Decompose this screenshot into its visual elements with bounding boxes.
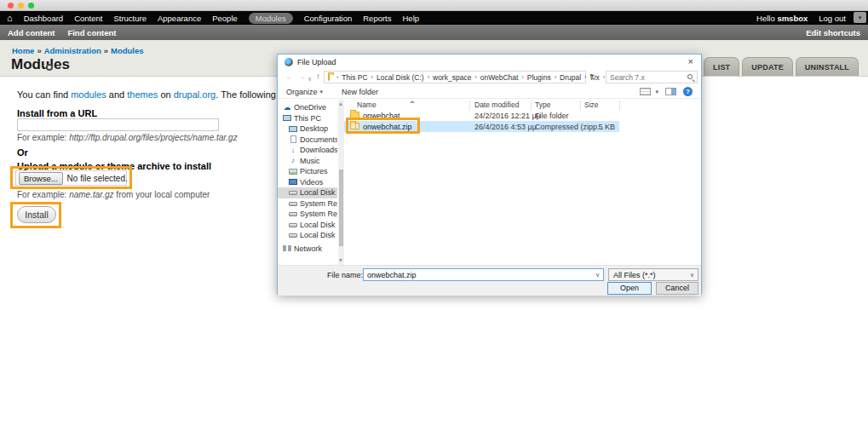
- file-name-chevron-icon[interactable]: ∨: [595, 272, 600, 279]
- help-icon[interactable]: ?: [683, 87, 693, 96]
- zoom-window-icon[interactable]: [28, 3, 34, 9]
- tree-item-network[interactable]: Network: [278, 244, 337, 255]
- column-size[interactable]: Size: [584, 101, 599, 109]
- path-local-disk-c[interactable]: Local Disk (C:): [377, 73, 424, 82]
- column-type[interactable]: Type: [535, 101, 550, 109]
- preview-pane-icon[interactable]: [665, 88, 676, 95]
- menu-content[interactable]: Content: [74, 14, 102, 23]
- or-label: Or: [17, 147, 28, 158]
- modules-link[interactable]: modules: [71, 89, 106, 100]
- scrollbar-thumb[interactable]: [339, 170, 343, 246]
- search-input[interactable]: [610, 72, 683, 82]
- back-icon[interactable]: ←: [285, 72, 294, 82]
- breadcrumb-current: Modules: [111, 46, 144, 55]
- dialog-close-icon[interactable]: ×: [688, 56, 693, 67]
- path-drupal[interactable]: Drupal: [560, 73, 581, 82]
- dialog-titlebar[interactable]: File Upload ×: [278, 55, 701, 69]
- tree-scrollbar[interactable]: [338, 100, 344, 265]
- minimize-window-icon[interactable]: [18, 3, 24, 9]
- tab-list[interactable]: LIST: [704, 57, 739, 76]
- file-type-select[interactable]: All Files (*.*) ∨: [608, 268, 698, 281]
- folder-tree: ☁OneDrive This PC Desktop Documents ↓Dow…: [278, 100, 337, 265]
- onedrive-icon: ☁: [283, 104, 291, 112]
- zip-file-icon: [350, 123, 359, 129]
- tree-item-videos[interactable]: Videos: [278, 177, 337, 188]
- menu-appearance[interactable]: Appearance: [158, 14, 201, 23]
- toolbar-toggle-button[interactable]: ▾: [854, 12, 866, 23]
- path-work-space[interactable]: work_space: [433, 73, 471, 82]
- find-content-link[interactable]: Find content: [67, 28, 116, 37]
- disk-icon: [289, 233, 297, 238]
- new-folder-button[interactable]: New folder: [342, 88, 378, 96]
- cancel-button[interactable]: Cancel: [656, 282, 698, 295]
- tree-item-downloads[interactable]: ↓Downloads: [278, 145, 337, 156]
- menu-modules-active[interactable]: Modules: [249, 13, 293, 24]
- add-content-link[interactable]: Add content: [8, 28, 55, 37]
- install-button[interactable]: Install: [17, 206, 56, 223]
- install-from-url-label: Install from a URL: [17, 108, 97, 118]
- close-window-icon[interactable]: [8, 3, 14, 9]
- this-pc-icon: [283, 115, 291, 121]
- menu-dashboard[interactable]: Dashboard: [24, 14, 63, 23]
- tree-item-system-reserved-1[interactable]: System Reserved: [278, 198, 337, 210]
- tree-item-local-disk-g[interactable]: Local Disk (G:): [278, 230, 337, 241]
- path-onwebchat[interactable]: onWebChat: [480, 73, 519, 82]
- explorer-toolbar: Organize ▾ New folder ▾ ?: [278, 85, 701, 99]
- breadcrumb-administration[interactable]: Administration: [44, 46, 101, 55]
- tree-item-system-reserved-2[interactable]: System Reserved: [278, 209, 337, 220]
- file-name-input[interactable]: [367, 270, 589, 279]
- menu-help[interactable]: Help: [403, 14, 420, 23]
- menu-people[interactable]: People: [212, 14, 238, 23]
- path-plugins[interactable]: Plugins: [527, 73, 551, 82]
- tree-item-documents[interactable]: Documents: [278, 135, 337, 146]
- tree-item-this-pc[interactable]: This PC: [278, 113, 337, 124]
- scroll-up-icon[interactable]: [339, 102, 342, 106]
- file-list: Name Date modified Type Size onwebchat 2…: [344, 100, 703, 265]
- file-name-label: File name:: [327, 271, 363, 279]
- tree-item-music[interactable]: ♪Music: [278, 156, 337, 167]
- music-icon: ♪: [289, 157, 297, 164]
- tree-item-desktop[interactable]: Desktop: [278, 124, 337, 135]
- logout-link[interactable]: Log out: [819, 14, 846, 23]
- organize-menu[interactable]: Organize: [286, 88, 318, 96]
- tab-uninstall[interactable]: UNINSTALL: [796, 57, 859, 76]
- open-button[interactable]: Open: [607, 282, 652, 295]
- tree-item-local-disk-c[interactable]: Local Disk (C:): [278, 187, 337, 198]
- tab-update[interactable]: UPDATE: [742, 57, 793, 76]
- tree-item-pictures[interactable]: Pictures: [278, 166, 337, 177]
- breadcrumb: Home»Administration»Modules: [12, 46, 144, 55]
- url-input[interactable]: [17, 118, 219, 131]
- search-icon: [687, 74, 693, 79]
- forward-icon[interactable]: →: [297, 72, 306, 82]
- change-view-icon[interactable]: [640, 88, 651, 95]
- views-chevron-icon[interactable]: ▾: [655, 89, 658, 95]
- file-row-onwebchat-zip-selected[interactable]: onwebchat.zip 26/4/2016 4:53 μμ Compress…: [344, 121, 619, 132]
- browse-button[interactable]: Browse...: [19, 172, 63, 185]
- file-row-onwebchat-folder[interactable]: onwebchat 24/2/2016 12:21 μμ File folder: [344, 110, 619, 121]
- tree-item-onedrive[interactable]: ☁OneDrive: [278, 102, 337, 113]
- menu-reports[interactable]: Reports: [363, 14, 391, 23]
- edit-shortcuts-link[interactable]: Edit shortcuts: [806, 28, 860, 37]
- url-example-text: For example: http://ftp.drupal.org/files…: [17, 133, 238, 142]
- home-icon[interactable]: ⌂: [7, 14, 13, 22]
- contextual-gear-icon[interactable]: [46, 64, 53, 71]
- scroll-down-icon[interactable]: [339, 259, 342, 262]
- pictures-icon: [289, 169, 297, 175]
- up-icon[interactable]: ↑: [316, 72, 320, 82]
- column-name[interactable]: Name: [357, 101, 377, 109]
- drupalorg-link[interactable]: drupal.org: [174, 89, 216, 100]
- tree-item-local-disk-f[interactable]: Local Disk (F:): [278, 220, 337, 231]
- breadcrumb-home[interactable]: Home: [12, 46, 34, 55]
- firefox-app-icon: [285, 58, 293, 66]
- path-breadcrumb: › This PC › Local Disk (C:) › work_space…: [333, 73, 608, 82]
- address-bar[interactable]: › This PC › Local Disk (C:) › work_space…: [324, 71, 586, 83]
- themes-link[interactable]: themes: [127, 89, 158, 100]
- username[interactable]: smsbox: [777, 14, 808, 23]
- path-this-pc[interactable]: This PC: [342, 73, 367, 82]
- column-date-modified[interactable]: Date modified: [474, 101, 519, 109]
- refresh-icon[interactable]: ↻: [589, 72, 596, 82]
- history-chevron-icon[interactable]: ∨: [308, 74, 312, 84]
- menu-structure[interactable]: Structure: [113, 14, 147, 23]
- menu-configuration[interactable]: Configuration: [304, 14, 353, 23]
- dialog-title: File Upload: [297, 58, 336, 66]
